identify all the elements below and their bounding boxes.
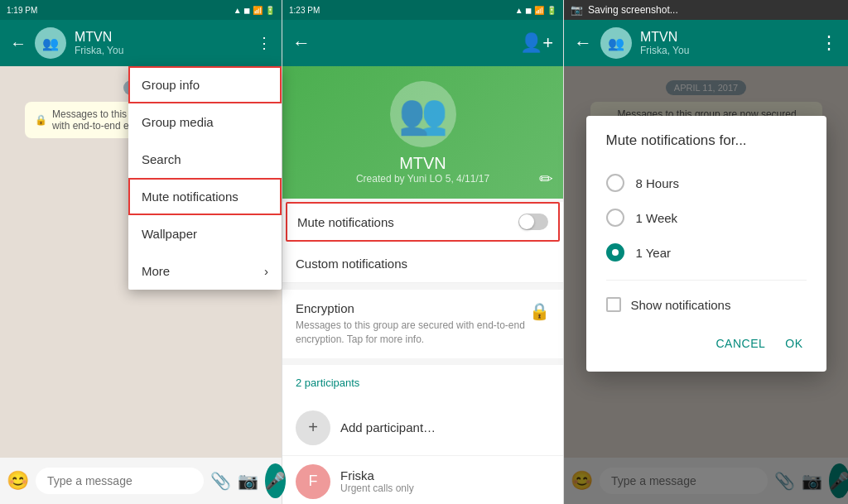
- mute-notifications-item[interactable]: Mute notifications: [286, 202, 560, 242]
- chat-sub: Friska, You: [75, 45, 248, 56]
- panel3-more-icon[interactable]: ⋮: [820, 32, 838, 54]
- add-participant-icon[interactable]: 👤+: [520, 32, 553, 54]
- radio-label-1week: 1 Week: [636, 211, 678, 225]
- avatar-friska: F: [296, 464, 330, 499]
- radio-1week[interactable]: 1 Week: [606, 200, 807, 235]
- dialog-actions: CANCEL OK: [606, 332, 807, 355]
- panel3-info: MTVN Friska, You: [640, 30, 812, 56]
- encryption-title: Encryption: [296, 301, 529, 315]
- status-bar-1: 1:19 PM ▲ ◼ 📶 🔋: [0, 0, 282, 20]
- saving-text: 📷 Saving screenshot...: [571, 4, 678, 16]
- menu-item-wallpaper[interactable]: Wallpaper: [128, 215, 282, 252]
- mic-button[interactable]: 🎤: [265, 463, 286, 498]
- radio-8hours[interactable]: 8 Hours: [606, 166, 807, 200]
- chevron-right-icon: ›: [264, 264, 268, 278]
- encryption-section[interactable]: Encryption Messages to this group are se…: [282, 290, 563, 358]
- radio-label-1year: 1 Year: [636, 246, 672, 260]
- chat-name: MTVN: [75, 30, 248, 45]
- encryption-text: Encryption Messages to this group are se…: [296, 301, 529, 347]
- toggle-thumb: [519, 214, 534, 229]
- menu-item-group-info-label: Group info: [142, 78, 200, 92]
- more-icon[interactable]: ⋮: [257, 34, 272, 52]
- header-icons: ⋮: [257, 34, 272, 52]
- mute-dialog: Mute notifications for... 8 Hours 1 Week…: [586, 116, 826, 372]
- participants-count: 2 participants: [282, 365, 563, 401]
- radio-circle-1year[interactable]: [606, 243, 624, 262]
- chat-input-bar: 😊 📎 📷 🎤: [0, 458, 282, 504]
- panel2-back-icon[interactable]: ←: [292, 32, 311, 54]
- panel3-header: ← 👥 MTVN Friska, You ⋮: [564, 20, 848, 66]
- screenshot-icon: 📷: [571, 4, 583, 16]
- menu-item-group-media-label: Group media: [142, 115, 214, 129]
- panel-group-info: 1:23 PM ▲ ◼ 📶 🔋 ← 👤+ 👥 MTVN Created by Y…: [282, 0, 563, 504]
- add-participant-circle-icon: +: [296, 410, 330, 445]
- dialog-title: Mute notifications for...: [606, 132, 807, 149]
- menu-item-more-label: More: [142, 264, 170, 278]
- menu-item-group-info[interactable]: Group info: [128, 66, 282, 103]
- radio-circle-1week[interactable]: [606, 209, 624, 227]
- menu-item-wallpaper-label: Wallpaper: [142, 227, 197, 241]
- participant-sub-friska: Urgent calls only: [340, 482, 550, 494]
- radio-circle-8hours[interactable]: [606, 174, 624, 192]
- message-input[interactable]: [36, 468, 204, 494]
- status-time-1: 1:19 PM: [7, 6, 37, 15]
- panel3-avatar: 👥: [600, 27, 632, 59]
- dropdown-menu: Group info Group media Search Mute notif…: [128, 66, 282, 290]
- mute-toggle[interactable]: [518, 214, 548, 230]
- participant-info-friska: Friska Urgent calls only: [340, 468, 550, 494]
- status-icons-1: ▲ ◼ 📶 🔋: [234, 6, 275, 15]
- radio-inner-1year: [612, 249, 619, 256]
- participant-item-friska[interactable]: F Friska Urgent calls only: [282, 455, 563, 504]
- dialog-overlay: Mute notifications for... 8 Hours 1 Week…: [564, 66, 848, 504]
- mic-icon: 🎤: [265, 471, 286, 491]
- menu-item-search-label: Search: [142, 152, 181, 166]
- ok-button[interactable]: OK: [782, 332, 806, 355]
- add-participant-item[interactable]: + Add participant…: [282, 401, 563, 455]
- saving-label: Saving screenshot...: [588, 4, 678, 16]
- add-participant-label: Add participant…: [340, 420, 436, 434]
- status-icons-2: ▲ ◼ 📶 🔋: [515, 6, 556, 15]
- participants-section: 2 participants + Add participant… F Fris…: [282, 365, 563, 504]
- participant-name-friska: Friska: [340, 468, 550, 482]
- header-info: MTVN Friska, You: [75, 30, 248, 56]
- menu-item-group-media[interactable]: Group media: [128, 103, 282, 141]
- attach-icon[interactable]: 📎: [210, 471, 231, 491]
- chat-header: ← 👥 MTVN Friska, You ⋮: [0, 20, 282, 66]
- panel-mute-dialog: 📷 Saving screenshot... ← 👥 MTVN Friska, …: [563, 0, 848, 504]
- avatar: 👥: [35, 27, 66, 59]
- edit-icon[interactable]: ✏: [539, 169, 553, 189]
- status-bar-2: 1:23 PM ▲ ◼ 📶 🔋: [282, 0, 563, 20]
- panel3-sub: Friska, You: [640, 45, 812, 56]
- radio-1year[interactable]: 1 Year: [606, 235, 807, 270]
- group-info-header: ← 👤+: [282, 20, 563, 66]
- encryption-sub: Messages to this group are secured with …: [296, 319, 529, 347]
- emoji-icon[interactable]: 😊: [7, 470, 29, 492]
- radio-label-8hours: 8 Hours: [636, 176, 680, 190]
- status-time-2: 1:23 PM: [289, 6, 320, 15]
- lock-icon: 🔒: [35, 114, 47, 126]
- menu-item-mute-label: Mute notifications: [142, 190, 238, 204]
- custom-notifications-item[interactable]: Custom notifications: [282, 245, 563, 283]
- camera-icon[interactable]: 📷: [238, 471, 258, 491]
- custom-label: Custom notifications: [296, 257, 407, 271]
- show-notifications-row[interactable]: Show notifications: [606, 290, 807, 319]
- panel3-name: MTVN: [640, 30, 812, 45]
- menu-item-more[interactable]: More ›: [128, 252, 282, 290]
- menu-item-mute[interactable]: Mute notifications: [128, 178, 282, 215]
- cancel-button[interactable]: CANCEL: [712, 332, 768, 355]
- panel-chat: 1:19 PM ▲ ◼ 📶 🔋 ← 👥 MTVN Friska, You ⋮ A…: [0, 0, 282, 504]
- group-created: Created by Yuni LO 5, 4/11/17: [356, 173, 489, 185]
- show-notifications-label: Show notifications: [631, 298, 731, 312]
- mute-label: Mute notifications: [297, 215, 394, 229]
- show-notifications-checkbox[interactable]: [606, 297, 621, 312]
- status-bar-3: 📷 Saving screenshot...: [564, 0, 848, 20]
- menu-item-search[interactable]: Search: [128, 141, 282, 178]
- back-icon[interactable]: ←: [10, 34, 26, 53]
- encryption-lock-icon: 🔒: [529, 301, 550, 321]
- panel3-back-icon[interactable]: ←: [574, 32, 592, 54]
- group-info-body: Mute notifications Custom notifications …: [282, 199, 563, 504]
- group-hero: 👥 MTVN Created by Yuni LO 5, 4/11/17 ✏: [282, 66, 563, 199]
- group-name-large: MTVN: [399, 154, 446, 173]
- dialog-divider: [606, 280, 807, 281]
- notifications-section: Mute notifications Custom notifications: [282, 202, 563, 283]
